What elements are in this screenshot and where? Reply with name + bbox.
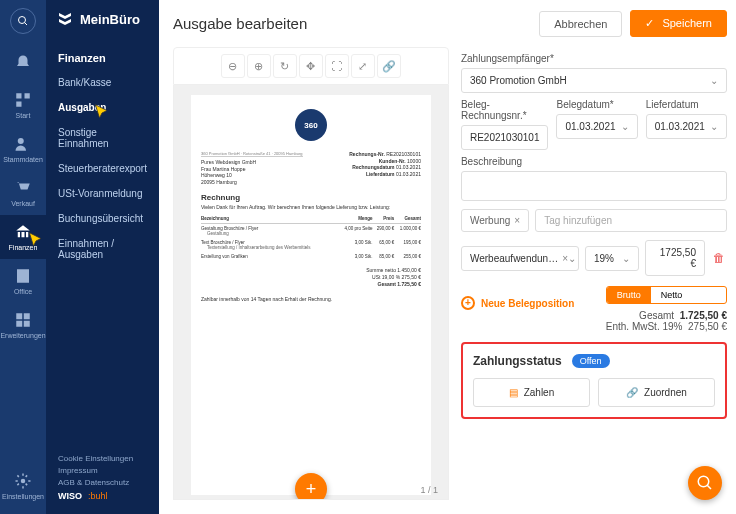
sidebar-link-buchung[interactable]: Buchungsübersicht	[46, 206, 159, 231]
invoice-logo: 360	[295, 109, 327, 141]
sidebar-link-sonstige[interactable]: Sonstige Einnahmen	[46, 120, 159, 156]
invoice-no-input[interactable]: RE2021030101	[461, 125, 549, 150]
page-title: Ausgabe bearbeiten	[173, 15, 307, 32]
rail-notifications[interactable]	[0, 46, 46, 83]
office-icon	[14, 267, 32, 285]
sidebar: MeinBüro Finanzen Bank/Kasse Ausgaben So…	[46, 0, 159, 514]
check-icon: ✓	[645, 17, 654, 29]
status-badge: Offen	[572, 354, 610, 368]
svg-point-11	[21, 479, 26, 484]
sidebar-link-ustva[interactable]: USt-Voranmeldung	[46, 181, 159, 206]
tag-input[interactable]: Tag hinzufügen	[535, 209, 727, 232]
invoice-no-label: Beleg-Rechnungsnr.	[461, 99, 549, 121]
rail-finanzen[interactable]: Finanzen	[0, 215, 46, 259]
rail-start[interactable]: Start	[0, 83, 46, 127]
plus-circle-icon: +	[461, 296, 475, 310]
grid-icon	[14, 91, 32, 109]
move-icon: ✥	[306, 60, 315, 73]
tag-remove-icon[interactable]: ×	[514, 215, 520, 226]
document-column: ⊖ ⊕ ↻ ✥ ⛶ ⤢ 🔗 360 360 Promotion GmbH · R…	[173, 47, 449, 500]
delivery-date-input[interactable]: 01.03.2021	[646, 114, 727, 139]
fullscreen-button[interactable]: ⤢	[351, 54, 375, 78]
svg-point-5	[18, 138, 24, 144]
fit-button[interactable]: ⛶	[325, 54, 349, 78]
delivery-date-label: Lieferdatum	[646, 99, 727, 110]
recipient-select[interactable]: 360 Promotion GmbH	[461, 68, 727, 93]
description-label: Beschreibung	[461, 156, 727, 167]
svg-rect-9	[16, 321, 22, 327]
trash-icon: 🗑	[713, 251, 725, 265]
help-fab[interactable]	[688, 466, 722, 500]
brutto-netto-toggle[interactable]: Brutto Netto	[606, 286, 727, 304]
rail-office[interactable]: Office	[0, 259, 46, 303]
sidebar-link-einnahmen[interactable]: Einnahmen / Ausgaben	[46, 231, 159, 267]
brand: MeinBüro	[46, 0, 159, 38]
icon-rail: Start Stammdaten Verkauf Finanzen Office…	[0, 0, 46, 514]
rail-erweiterungen[interactable]: Erweiterungen	[0, 303, 46, 347]
footer-impressum[interactable]: Impressum	[58, 466, 147, 475]
save-button[interactable]: ✓Speichern	[630, 10, 727, 37]
zoom-in-button[interactable]: ⊕	[247, 54, 271, 78]
svg-line-1	[25, 23, 28, 26]
amount-input[interactable]: 1725,50 €	[645, 240, 705, 276]
move-button[interactable]: ✥	[299, 54, 323, 78]
wallet-icon: ▤	[509, 387, 518, 398]
rotate-icon: ↻	[280, 60, 289, 73]
topbar: Ausgabe bearbeiten Abbrechen ✓Speichern	[159, 0, 736, 47]
svg-rect-2	[16, 93, 21, 98]
svg-rect-6	[17, 269, 29, 283]
zoom-in-icon: ⊕	[254, 60, 263, 73]
link-icon: 🔗	[626, 387, 638, 398]
fit-icon: ⛶	[331, 60, 342, 72]
assign-button[interactable]: 🔗Zuordnen	[598, 378, 715, 407]
doc-date-input[interactable]: 01.03.2021	[556, 114, 637, 139]
wiso-logo: WISO	[58, 491, 82, 501]
search-icon	[17, 15, 29, 27]
invoice-table: BezeichnungMengePreisGesamt Gestaltung B…	[201, 214, 421, 261]
delete-position-button[interactable]: 🗑	[711, 251, 727, 265]
clear-icon[interactable]: ×	[562, 253, 568, 264]
cancel-button[interactable]: Abbrechen	[539, 11, 622, 37]
expand-icon: ⤢	[358, 60, 367, 73]
rotate-button[interactable]: ↻	[273, 54, 297, 78]
link-button[interactable]: 🔗	[377, 54, 401, 78]
new-position-button[interactable]: + Neue Belegposition	[461, 296, 574, 310]
vat-select[interactable]: 19%	[585, 246, 639, 271]
plus-icon: +	[306, 479, 317, 500]
sidebar-section-title: Finanzen	[46, 38, 159, 70]
svg-line-13	[707, 485, 711, 489]
toggle-netto[interactable]: Netto	[651, 287, 693, 303]
rail-einstellungen[interactable]: Einstellungen	[0, 464, 46, 508]
document-preview[interactable]: 360 360 Promotion GmbH · Rotonstraße 41 …	[173, 85, 449, 500]
toggle-brutto[interactable]: Brutto	[607, 287, 651, 303]
recipient-label: Zahlungsempfänger	[461, 53, 727, 64]
rail-verkauf[interactable]: Verkauf	[0, 171, 46, 215]
description-input[interactable]	[461, 171, 727, 201]
add-fab[interactable]: +	[295, 473, 327, 500]
footer-cookies[interactable]: Cookie Einstellungen	[58, 454, 147, 463]
bell-icon	[14, 54, 32, 72]
cart-icon	[14, 179, 32, 197]
payment-status-box: Zahlungsstatus Offen ▤Zahlen 🔗Zuordnen	[461, 342, 727, 419]
help-search-icon	[696, 474, 714, 492]
rail-stammdaten[interactable]: Stammdaten	[0, 127, 46, 171]
tag-chip[interactable]: Werbung×	[461, 209, 529, 232]
global-search[interactable]	[10, 8, 36, 34]
pay-button[interactable]: ▤Zahlen	[473, 378, 590, 407]
zoom-out-icon: ⊖	[228, 60, 237, 73]
sidebar-link-ausgaben[interactable]: Ausgaben	[46, 95, 159, 120]
document-page: 360 360 Promotion GmbH · Rotonstraße 41 …	[191, 95, 431, 495]
document-toolbar: ⊖ ⊕ ↻ ✥ ⛶ ⤢ 🔗	[173, 47, 449, 85]
form-column: Zahlungsempfänger 360 Promotion GmbH Bel…	[461, 47, 727, 500]
footer-agb[interactable]: AGB & Datenschutz	[58, 478, 147, 487]
users-icon	[14, 135, 32, 153]
svg-rect-8	[24, 313, 30, 319]
sidebar-link-steuerexport[interactable]: Steuerberaterexport	[46, 156, 159, 181]
sidebar-link-bank[interactable]: Bank/Kasse	[46, 70, 159, 95]
link-icon: 🔗	[382, 60, 396, 73]
svg-point-12	[698, 476, 709, 487]
svg-rect-4	[16, 102, 21, 107]
zoom-out-button[interactable]: ⊖	[221, 54, 245, 78]
account-select[interactable]: Werbeaufwendun…×	[461, 246, 579, 271]
apps-icon	[14, 311, 32, 329]
